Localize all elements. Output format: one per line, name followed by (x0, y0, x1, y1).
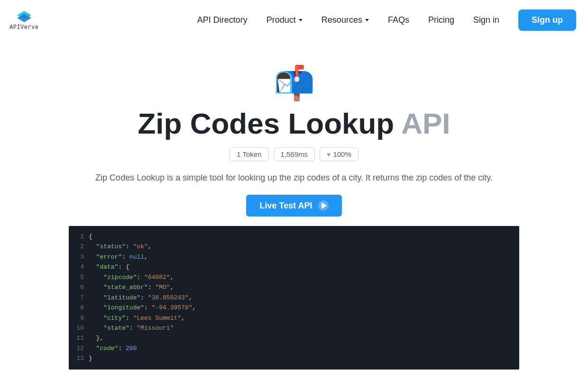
code-line: 13} (69, 353, 519, 363)
code-line: 1{ (69, 232, 519, 242)
line-number: 7 (69, 293, 89, 303)
badge-token: 1 Token (230, 147, 268, 161)
badges-row: 1 Token 1,569ms ♥ 100% (0, 147, 588, 161)
live-test-button[interactable]: Live Test API (246, 195, 341, 217)
line-number: 11 (69, 333, 89, 343)
code-content: "state_abbr": "MO", (89, 282, 174, 292)
code-line: 5 "zipcode": "64082", (69, 272, 519, 282)
nav-resources[interactable]: Resources (322, 15, 369, 25)
mailbox-icon: 📬 (0, 66, 588, 99)
line-number: 2 (69, 242, 89, 252)
brand-name: APIVerve (9, 24, 39, 31)
line-number: 10 (69, 323, 89, 333)
nav-pricing-label: Pricing (428, 15, 454, 25)
code-line: 8 "longitude": "-94.39570", (69, 303, 519, 313)
code-line: 10 "state": "Missouri" (69, 323, 519, 333)
line-number: 6 (69, 282, 89, 292)
code-content: "latitude": "38.850243", (89, 293, 192, 303)
code-line: 4 "data": { (69, 262, 519, 272)
brand-logo[interactable]: APIVerve (9, 10, 39, 31)
live-test-button-label: Live Test API (259, 201, 312, 211)
nav-faqs-label: FAQs (388, 15, 409, 25)
chevron-down-icon (299, 19, 303, 21)
nav-product[interactable]: Product (266, 15, 303, 25)
code-content: "zipcode": "64082", (89, 272, 174, 282)
nav-signin[interactable]: Sign in (473, 15, 499, 25)
nav-pricing[interactable]: Pricing (428, 15, 454, 25)
code-line: 11 }, (69, 333, 519, 343)
code-content: "error": null, (89, 252, 148, 262)
signup-button-label: Sign up (532, 15, 563, 25)
line-number: 3 (69, 252, 89, 262)
line-number: 5 (69, 272, 89, 282)
nav-api-directory[interactable]: API Directory (197, 15, 248, 25)
line-number: 4 (69, 262, 89, 272)
heart-icon: ♥ (327, 151, 331, 158)
code-content: "status": "ok", (89, 242, 152, 252)
hero-section: 📬 Zip Codes Lookup API 1 Token 1,569ms ♥… (0, 66, 588, 379)
api-description: Zip Codes Lookup is a simple tool for lo… (0, 173, 588, 183)
chevron-down-icon (365, 19, 369, 21)
line-number: 8 (69, 303, 89, 313)
logo-icon (15, 10, 33, 23)
navbar: APIVerve API Directory Product Resources… (0, 0, 588, 40)
nav-resources-label: Resources (322, 15, 362, 25)
line-number: 13 (69, 353, 89, 363)
code-line: 2 "status": "ok", (69, 242, 519, 252)
badge-token-label: 1 Token (237, 150, 261, 158)
code-content: "state": "Missouri" (89, 323, 174, 333)
code-line: 9 "city": "Lees Summit", (69, 313, 519, 323)
code-content: "longitude": "-94.39570", (89, 303, 196, 313)
code-content: "data": { (89, 262, 129, 272)
line-number: 9 (69, 313, 89, 323)
code-line: 3 "error": null, (69, 252, 519, 262)
code-line: 12 "code": 200 (69, 343, 519, 353)
play-icon (318, 200, 329, 211)
nav-product-label: Product (266, 15, 296, 25)
badge-latency: 1,569ms (274, 147, 315, 161)
code-content: "code": 200 (89, 343, 137, 353)
signup-button[interactable]: Sign up (518, 9, 576, 31)
badge-latency-label: 1,569ms (281, 150, 308, 158)
nav-signin-label: Sign in (473, 15, 499, 25)
nav-api-directory-label: API Directory (197, 15, 248, 25)
badge-uptime-label: 100% (333, 150, 351, 158)
code-content: } (89, 353, 92, 363)
code-content: "city": "Lees Summit", (89, 313, 185, 323)
code-line: 7 "latitude": "38.850243", (69, 293, 519, 303)
nav-links: API Directory Product Resources FAQs Pri… (197, 9, 576, 31)
nav-faqs[interactable]: FAQs (388, 15, 409, 25)
code-line: 6 "state_abbr": "MO", (69, 282, 519, 292)
code-content: }, (89, 333, 103, 343)
page-title: Zip Codes Lookup API (0, 107, 588, 140)
code-response-block: 1{2 "status": "ok",3 "error": null,4 "da… (69, 226, 519, 370)
page-title-main: Zip Codes Lookup (138, 107, 401, 140)
line-number: 12 (69, 343, 89, 353)
page-title-accent: API (401, 107, 450, 140)
line-number: 1 (69, 232, 89, 242)
badge-uptime: ♥ 100% (320, 147, 358, 161)
code-content: { (89, 232, 92, 242)
